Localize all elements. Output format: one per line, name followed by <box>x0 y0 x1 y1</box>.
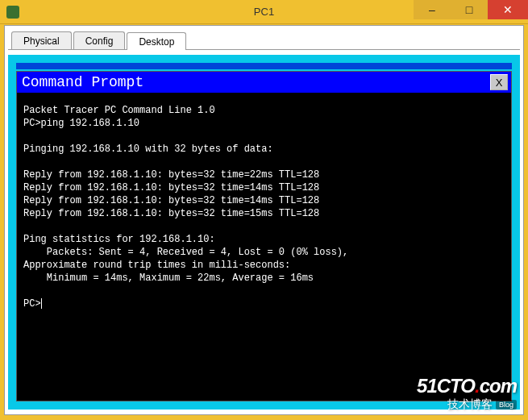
line-stats-packets: Packets: Sent = 4, Received = 4, Lost = … <box>23 247 348 258</box>
line-rtt-values: Minimum = 14ms, Maximum = 22ms, Average … <box>23 272 314 284</box>
command-prompt-close-button[interactable]: X <box>490 74 508 90</box>
line-rtt-header: Approximate round trip times in milli-se… <box>23 260 290 271</box>
command-prompt-title: Command Prompt <box>22 74 143 90</box>
command-prompt-window: Command Prompt X Packet Tracer PC Comman… <box>16 71 512 401</box>
tab-config[interactable]: Config <box>73 31 126 49</box>
line-reply-4: Reply from 192.168.1.10: bytes=32 time=1… <box>23 208 319 219</box>
line-ping-cmd: PC>ping 192.168.1.10 <box>23 118 139 129</box>
line-reply-3: Reply from 192.168.1.10: bytes=32 time=1… <box>23 195 319 206</box>
close-button[interactable]: ✕ <box>488 0 528 19</box>
line-stats-header: Ping statistics for 192.168.1.10: <box>23 234 215 245</box>
cursor-icon <box>41 298 42 309</box>
terminal-output[interactable]: Packet Tracer PC Command Line 1.0 PC>pin… <box>17 93 511 401</box>
maximize-button[interactable]: □ <box>451 0 488 19</box>
desktop-top-strip <box>16 63 512 69</box>
tab-bar: Physical Config Desktop <box>8 29 520 50</box>
line-reply-1: Reply from 192.168.1.10: bytes=32 time=2… <box>23 169 319 181</box>
desktop-panel: Command Prompt X Packet Tracer PC Comman… <box>8 55 520 410</box>
app-icon <box>6 6 19 19</box>
line-pinging: Pinging 192.168.1.10 with 32 bytes of da… <box>23 143 273 155</box>
client-area: Physical Config Desktop Command Prompt X… <box>4 25 524 415</box>
window-controls: – □ ✕ <box>414 0 528 19</box>
command-prompt-titlebar[interactable]: Command Prompt X <box>17 72 511 93</box>
line-intro: Packet Tracer PC Command Line 1.0 <box>23 105 215 116</box>
line-reply-2: Reply from 192.168.1.10: bytes=32 time=1… <box>23 182 319 193</box>
line-prompt: PC> <box>23 298 41 310</box>
window-titlebar: PC1 – □ ✕ <box>0 0 528 24</box>
tab-desktop[interactable]: Desktop <box>127 32 186 50</box>
minimize-button[interactable]: – <box>414 0 451 19</box>
tab-physical[interactable]: Physical <box>11 31 72 49</box>
